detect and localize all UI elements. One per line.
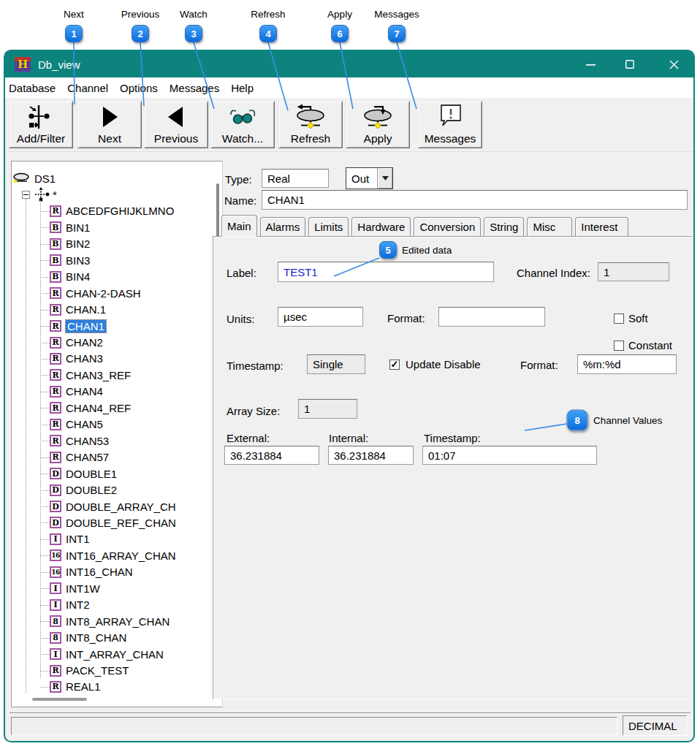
menu-channel[interactable]: Channel [67,82,108,94]
menu-messages[interactable]: Messages [170,82,219,94]
tree-horizontal-scrollbar[interactable] [32,698,87,701]
channel-type-icon-r: R [50,386,61,398]
format2-field[interactable]: %m:%d [577,354,677,374]
channel-type-icon-r: R [50,353,61,365]
window-title: Db_view [38,58,80,71]
tree-item-pack_test[interactable]: RPACK_TEST [50,663,129,679]
tab-main[interactable]: Main [221,215,257,237]
titlebar[interactable]: H Db_view [5,51,693,77]
internal-field[interactable]: 36.231884 [328,446,414,465]
close-button[interactable] [661,51,686,77]
label-field[interactable]: TEST1 [278,262,494,282]
tree-item-label: CHAN.1 [66,303,106,316]
tree-item-int16_array_chan[interactable]: 16INT16_ARRAY_CHAN [50,547,176,563]
name-field[interactable]: CHAN1 [262,190,688,210]
tab-conversion[interactable]: Conversion [414,217,481,236]
timestamp-field: Single [307,354,365,374]
channel-type-icon-r: R [50,435,61,446]
tree-item-double2[interactable]: DDOUBLE2 [50,482,117,498]
callout-label: Previous [121,9,160,20]
external-label: External: [227,432,270,444]
update-disable-checkbox[interactable]: ✓ [389,360,400,370]
direction-combo[interactable]: Out [346,167,393,189]
constant-checkbox[interactable] [614,341,624,351]
tab-interest[interactable]: Interest [575,217,628,236]
tree-item-int2[interactable]: IINT2 [50,597,90,613]
channel-type-icon-i: I [50,648,61,660]
watch-button[interactable]: Watch... [210,101,275,148]
units-field[interactable]: µsec [278,307,363,327]
refresh-button[interactable]: Refresh [278,101,343,148]
tab-string[interactable]: String [484,217,524,236]
tree-item-label: CHAN3 [66,352,103,365]
tree-item-chan4_ref[interactable]: RCHAN4_REF [50,400,131,416]
tree-item-chan3_ref[interactable]: RCHAN3_REF [50,367,131,383]
tree-group-node[interactable]: * [22,186,57,202]
tree-item-chan5[interactable]: RCHAN5 [50,417,103,433]
messages-icon [419,102,482,132]
tree-item-bin1[interactable]: BBIN1 [50,219,90,235]
maximize-button[interactable] [617,51,642,77]
messages-button[interactable]: Messages [418,101,482,148]
external-field[interactable]: 36.231884 [224,446,319,465]
tree-item-label: CHAN4_REF [66,402,131,414]
tab-hardware[interactable]: Hardware [351,217,411,236]
minimize-button[interactable] [578,51,603,77]
watch-icon [211,102,274,132]
channel-index-label: Channel Index: [517,267,590,279]
tab-misc[interactable]: Misc [527,217,572,236]
callout-badge: 6 [331,25,349,42]
next-button[interactable]: Next [77,101,142,148]
collapse-box[interactable] [22,191,30,199]
tree-item-int1w[interactable]: IINT1W [50,580,100,596]
tree-item-chan57[interactable]: RCHAN57 [50,449,109,465]
tree-root-label: DS1 [34,172,56,185]
tree-item-real1[interactable]: RREAL1 [50,679,101,695]
constant-label: Constant [628,339,672,351]
array-size-label: Array Size: [227,405,280,417]
tree-item-chan3[interactable]: RCHAN3 [50,351,103,367]
tab-alarms[interactable]: Alarms [260,217,306,236]
add-filter-button[interactable]: Add/Filter [9,101,73,148]
type-field: Real [262,169,329,188]
tree-item-double_array_ch[interactable]: DDOUBLE_ARRAY_CH [50,498,176,514]
tree-item-chan2[interactable]: RCHAN2 [50,335,103,351]
menu-database[interactable]: Database [9,82,56,94]
previous-button[interactable]: Previous [144,101,208,148]
channel-type-icon-r: R [50,205,61,217]
tree-item-double1[interactable]: DDOUBLE1 [50,465,117,482]
channel-type-icon-b: B [50,221,61,233]
tree-item-chan53[interactable]: RCHAN53 [50,433,109,449]
tree-item-bin2[interactable]: BBIN2 [50,236,90,252]
tree-item-int1[interactable]: IINT1 [50,531,90,547]
menu-options[interactable]: Options [120,82,158,94]
tree-item-chan.1[interactable]: RCHAN.1 [50,302,106,318]
tree-root-ds1[interactable]: DS1 [12,170,56,186]
tree-item-bin4[interactable]: BBIN4 [50,269,90,285]
tree-item-label: CHAN1 [66,320,106,332]
toolbar-button-label: Watch... [222,132,263,148]
tree-item-int16_chan[interactable]: 16INT16_CHAN [50,564,133,580]
soft-checkbox[interactable] [614,313,624,324]
format1-field[interactable] [438,307,545,327]
apply-button[interactable]: Apply [346,101,410,148]
channel-type-icon-d: D [50,484,61,496]
tree-item-chan1[interactable]: RCHAN1 [50,318,106,334]
tree-item-chan-2-dash[interactable]: RCHAN-2-DASH [50,285,141,301]
tree-item-int8_chan[interactable]: 8INT8_CHAN [50,630,126,646]
tree-item-bin3[interactable]: BBIN3 [50,252,90,268]
tree-item-double_ref_chan[interactable]: DDOUBLE_REF_CHAN [50,514,176,531]
timestamp2-field[interactable]: 01:07 [422,446,597,465]
tree-item-chan4[interactable]: RCHAN4 [50,384,103,400]
tree-item-label: INT2 [66,598,90,611]
tab-limits[interactable]: Limits [308,217,349,236]
tree-item-label: INT8_CHAN [66,631,126,644]
tree-item-label: INT16_CHAN [66,566,133,578]
tree-item-abcedfghijklmno[interactable]: RABCEDFGHIJKLMNO [50,203,174,219]
channel-type-icon-16: 16 [50,566,61,578]
menu-help[interactable]: Help [231,82,254,94]
group-icon [34,187,50,202]
tree-item-int_array_chan[interactable]: IINT_ARRAY_CHAN [50,646,164,662]
tree-item-int8_array_chan[interactable]: 8INT8_ARRAY_CHAN [50,613,170,629]
combo-dropdown-button[interactable] [377,168,392,189]
